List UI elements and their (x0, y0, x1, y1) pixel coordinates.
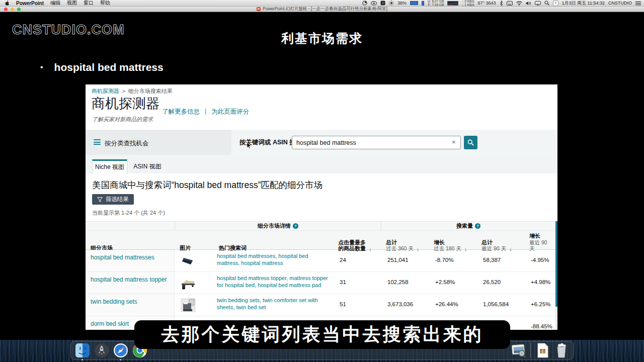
search-input[interactable] (292, 136, 461, 149)
cell-growth90: +6.25% (524, 294, 555, 316)
group-header-details: 细分市场详情 ? (175, 222, 381, 230)
screen: PowerPoint 编辑 视图 窗口 帮助 ! 38% U: 8.07 GB (0, 0, 644, 362)
menubar-datetime[interactable]: 1月3日 周五 11:54:32 (562, 0, 605, 7)
airplay-display-icon[interactable] (535, 1, 541, 6)
cell-total90: 26,520 (476, 272, 524, 294)
calendar-icon[interactable]: 3 (553, 1, 558, 6)
link-separator: | (205, 108, 206, 116)
rate-page-link[interactable]: 为此页面评分 (211, 108, 249, 116)
search-button[interactable] (464, 136, 477, 149)
caption-text: 去那个关键词列表当中去搜索出来的 (162, 322, 484, 347)
amazon-opportunity-explorer-panel: 商机探测器 > 细分市场搜索结果 商机探测器 了解更多信息 | 为此页面评分 了… (86, 84, 557, 330)
keywords-link[interactable]: hospital bed mattress topper, mattress t… (214, 272, 333, 294)
svg-text:!: ! (382, 2, 383, 5)
launchpad-icon[interactable] (94, 343, 109, 358)
temp-fan-readout[interactable]: 67° 3643 (477, 1, 496, 6)
category-band: 按分类查找机会 (86, 130, 231, 155)
funnel-icon (97, 197, 103, 202)
table-scrollbar[interactable] (555, 221, 557, 330)
mouse-cursor (247, 142, 252, 151)
menu-app-name[interactable]: PowerPoint (16, 1, 44, 6)
cell-growth90: -4.95% (524, 250, 555, 272)
finder-icon[interactable] (75, 343, 90, 358)
browse-categories-button[interactable]: 按分类查找机会 (105, 139, 149, 148)
breadcrumb-root-link[interactable]: 商机探测器 (92, 87, 119, 95)
cell-total90: 1,056,584 (476, 294, 524, 316)
keywords-link[interactable]: hospital bed mattresses, hospital bed ma… (214, 250, 333, 272)
tab-asin-view[interactable]: ASIN 视图 (131, 159, 164, 173)
cell-growth180: -8.70% (429, 250, 476, 272)
niche-link[interactable]: dorm bed skirt (91, 320, 129, 327)
tab-niche-view[interactable]: Niche 视图 (92, 159, 127, 173)
volume-icon[interactable] (526, 1, 531, 6)
timer-status-icon[interactable] (362, 1, 367, 6)
niche-link[interactable]: twin bedding sets (91, 298, 137, 305)
wifi-icon[interactable] (516, 1, 522, 6)
close-window-button[interactable] (4, 8, 8, 11)
trash-icon[interactable] (554, 343, 569, 358)
table-row: twin bedding sets twin bedding sets, twi… (86, 294, 555, 316)
memory-readout[interactable]: U: 8.07 GB F: 7.93 GB (428, 0, 444, 7)
keywords-link[interactable]: twin bedding sets, twin comforter set wi… (214, 294, 333, 316)
info-icon[interactable]: ? (475, 223, 480, 229)
window-titlebar: P PowerPoint 幻灯片放映 - [一步一步教你选品可行性分析案例-阿甘… (0, 7, 644, 12)
niche-link[interactable]: hospital bed mattresses (91, 254, 154, 261)
scrollbar-thumb[interactable] (555, 221, 557, 307)
magnifier-icon (467, 139, 474, 146)
apple-menu-icon[interactable] (5, 1, 10, 6)
powerpoint-doc-icon: P (257, 7, 261, 11)
cell-growth90: +4.98% (524, 272, 555, 294)
alert-status-icon[interactable]: ! (380, 1, 385, 6)
results-heading: 美国商城中与搜索词“hospital bed mattress”匹配的细分市场 (92, 179, 323, 191)
package-file-icon[interactable] (535, 343, 550, 358)
niche-link[interactable]: hospital bed mattress topper (91, 276, 167, 283)
battery-meter-icon[interactable] (410, 1, 418, 5)
filter-results-button[interactable]: 筛选结果 (92, 194, 134, 205)
keyboard-icon[interactable] (507, 1, 513, 6)
safari-icon[interactable] (113, 343, 128, 358)
group-header-empty (86, 222, 175, 230)
bullet-text: hospital bed mattress (54, 61, 164, 73)
menu-window[interactable]: 窗口 (84, 0, 94, 7)
menu-edit[interactable]: 编辑 (50, 0, 60, 7)
breadcrumb-current: 细分市场搜索结果 (128, 87, 173, 95)
brightness-status-icon[interactable] (389, 1, 394, 6)
results-count: 当前显示第 1-24 个 (共 24 个) (92, 209, 165, 217)
cell-total90: 58,387 (476, 250, 524, 272)
cell-products: 31 (333, 272, 381, 294)
spotlight-search-icon[interactable] (544, 1, 549, 6)
info-icon[interactable]: ? (293, 223, 298, 229)
presentation-slide: CNSTUDIO.COM 利基市场需求 • hospital bed mattr… (0, 12, 644, 340)
slide-title: 利基市场需求 (0, 30, 644, 47)
clear-search-icon[interactable]: × (452, 138, 456, 146)
minimize-window-button[interactable] (11, 8, 14, 11)
learn-more-link[interactable]: 了解更多信息 (162, 108, 200, 116)
page-title: 商机探测器 (92, 95, 159, 113)
menu-help[interactable]: 帮助 (100, 0, 110, 7)
window-title: PowerPoint 幻灯片放映 - [一步一步教你选品可行性分析案例-阿甘] (263, 6, 387, 12)
preview-photos-icon[interactable] (511, 343, 526, 358)
notification-center-icon[interactable] (635, 1, 641, 6)
memory-meter-icon[interactable] (422, 1, 424, 6)
menubar-user[interactable]: CNSTUDIO (608, 1, 632, 6)
bluetooth-icon[interactable] (500, 1, 503, 6)
battery-percent[interactable]: 38% (397, 1, 407, 6)
menu-view[interactable]: 视图 (67, 0, 77, 7)
group-header-search-volume: 搜索量 ? (381, 222, 555, 230)
category-menu-icon[interactable] (94, 139, 101, 145)
cell-total360: 3,673,036 (381, 294, 429, 316)
product-image (175, 272, 214, 294)
zoom-window-button[interactable] (17, 8, 21, 11)
dock-divider (530, 343, 531, 358)
bullet-dot: • (40, 63, 43, 72)
video-caption: 去那个关键词列表当中去搜索出来的 (134, 320, 510, 349)
cpu-graph-icon[interactable] (447, 1, 458, 6)
cell-products: 51 (333, 294, 381, 316)
cell-growth180: +2.58% (429, 272, 476, 294)
niches-table: 细分市场详情 ? 搜索量 ? 细分市场 图片 热门搜索词 点击量最多的商品数量 (86, 221, 555, 330)
breadcrumb-separator: > (122, 88, 125, 94)
eye-status-icon[interactable] (371, 1, 377, 6)
cell-growth90: -88.45% (524, 316, 555, 330)
cell-total360: 102,258 (381, 272, 429, 294)
network-readout[interactable]: ↑ 0 KB/s ↓ 1 KB/s (462, 0, 474, 7)
